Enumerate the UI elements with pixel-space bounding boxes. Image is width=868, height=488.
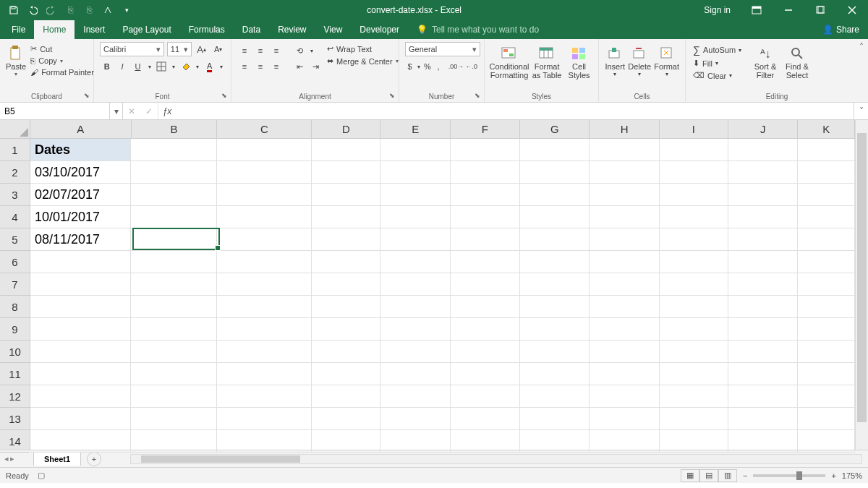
cell[interactable] xyxy=(312,161,380,184)
cell[interactable] xyxy=(660,341,728,363)
cell[interactable] xyxy=(380,273,450,296)
tab-data[interactable]: Data xyxy=(234,20,269,39)
cell-styles-button[interactable]: Cell Styles xyxy=(566,42,592,91)
undo-icon[interactable] xyxy=(25,2,41,18)
cell[interactable] xyxy=(728,273,798,296)
column-header[interactable]: J xyxy=(728,120,798,138)
cell[interactable] xyxy=(312,430,380,453)
zoom-slider[interactable] xyxy=(753,474,825,477)
cell[interactable] xyxy=(660,184,728,206)
cell[interactable] xyxy=(131,206,217,228)
cell[interactable] xyxy=(451,430,520,453)
cell[interactable] xyxy=(451,161,520,184)
page-break-view-icon[interactable]: ▥ xyxy=(718,469,737,482)
row-header[interactable]: 4 xyxy=(0,206,30,228)
row-header[interactable]: 6 xyxy=(0,251,30,273)
cell[interactable] xyxy=(380,206,450,228)
cell[interactable] xyxy=(520,385,590,408)
cell[interactable] xyxy=(217,139,312,161)
cell[interactable] xyxy=(451,296,520,318)
cell[interactable] xyxy=(30,385,131,408)
column-header[interactable]: D xyxy=(312,120,380,138)
cell[interactable] xyxy=(590,184,659,206)
cell[interactable] xyxy=(520,341,590,363)
scroll-thumb[interactable] xyxy=(857,133,867,422)
cell[interactable] xyxy=(217,296,312,318)
cell[interactable] xyxy=(520,139,590,161)
accounting-format-icon[interactable]: $ xyxy=(405,59,414,74)
align-right-icon[interactable]: ≡ xyxy=(269,59,284,74)
cell[interactable] xyxy=(520,363,590,385)
name-box-dropdown-icon[interactable]: ▾ xyxy=(109,103,122,119)
minimize-icon[interactable] xyxy=(773,0,804,20)
cell[interactable] xyxy=(798,296,855,318)
increase-font-icon[interactable]: A▴ xyxy=(195,42,208,56)
ribbon-display-icon[interactable] xyxy=(741,0,773,20)
cell[interactable] xyxy=(217,385,312,408)
accounting-dropdown[interactable]: ▾ xyxy=(416,59,421,74)
qat-button[interactable]: ⎘ xyxy=(81,2,97,18)
cell[interactable] xyxy=(312,363,380,385)
cell[interactable]: Dates xyxy=(30,139,131,161)
paste-button[interactable]: Paste ▾ xyxy=(6,42,26,91)
cell[interactable] xyxy=(30,363,131,385)
cell[interactable] xyxy=(217,273,312,296)
cell[interactable] xyxy=(660,385,728,408)
cell[interactable] xyxy=(217,430,312,453)
cell[interactable] xyxy=(451,251,520,273)
cell[interactable] xyxy=(590,161,659,184)
cell[interactable] xyxy=(380,296,450,318)
cell[interactable] xyxy=(520,430,590,453)
cell[interactable] xyxy=(451,228,520,251)
cell[interactable] xyxy=(131,184,217,206)
row-header[interactable]: 11 xyxy=(0,363,30,385)
cell[interactable] xyxy=(728,385,798,408)
cell[interactable]: 08/11/2017 xyxy=(30,228,131,251)
cell[interactable] xyxy=(520,273,590,296)
cell[interactable] xyxy=(728,161,798,184)
cell[interactable] xyxy=(217,161,312,184)
cell[interactable] xyxy=(660,363,728,385)
sort-filter-button[interactable]: ᴬ↓Sort & Filter xyxy=(751,42,780,91)
select-all-corner[interactable] xyxy=(0,120,30,139)
cell[interactable] xyxy=(30,273,131,296)
cell[interactable] xyxy=(131,296,217,318)
cell[interactable] xyxy=(728,139,798,161)
cell[interactable] xyxy=(451,273,520,296)
cell[interactable] xyxy=(131,430,217,453)
column-header[interactable]: E xyxy=(380,120,450,138)
cell[interactable] xyxy=(798,430,855,453)
font-color-dropdown[interactable]: ▾ xyxy=(218,59,225,74)
cell[interactable] xyxy=(520,161,590,184)
cell[interactable] xyxy=(380,184,450,206)
cell[interactable] xyxy=(30,430,131,453)
column-header[interactable]: H xyxy=(590,120,659,138)
fill-color-dropdown[interactable]: ▾ xyxy=(194,59,201,74)
cell[interactable] xyxy=(380,385,450,408)
cell[interactable] xyxy=(798,318,855,341)
horizontal-scrollbar[interactable] xyxy=(130,454,862,464)
clear-button[interactable]: ⌫Clear▾ xyxy=(692,70,748,81)
column-header[interactable]: I xyxy=(660,120,728,138)
zoom-value[interactable]: 175% xyxy=(842,471,862,480)
cell[interactable] xyxy=(131,341,217,363)
cell[interactable] xyxy=(131,408,217,430)
cell[interactable] xyxy=(728,318,798,341)
cell[interactable] xyxy=(590,385,659,408)
comma-format-icon[interactable]: , xyxy=(434,59,443,74)
save-icon[interactable] xyxy=(6,2,22,18)
cell[interactable] xyxy=(131,273,217,296)
cut-button[interactable]: ✂Cut xyxy=(29,43,95,54)
wrap-text-button[interactable]: ↩Wrap Text xyxy=(326,43,400,54)
close-icon[interactable] xyxy=(836,0,868,20)
cell[interactable] xyxy=(380,318,450,341)
cell[interactable] xyxy=(520,318,590,341)
cell[interactable] xyxy=(380,161,450,184)
cell[interactable] xyxy=(728,363,798,385)
zoom-in-button[interactable]: + xyxy=(831,471,835,480)
share-button[interactable]: 👤 Share xyxy=(814,20,868,39)
cell[interactable] xyxy=(590,430,659,453)
cell[interactable] xyxy=(798,273,855,296)
number-launcher-icon[interactable]: ⬊ xyxy=(472,90,482,100)
row-header[interactable]: 12 xyxy=(0,385,30,408)
